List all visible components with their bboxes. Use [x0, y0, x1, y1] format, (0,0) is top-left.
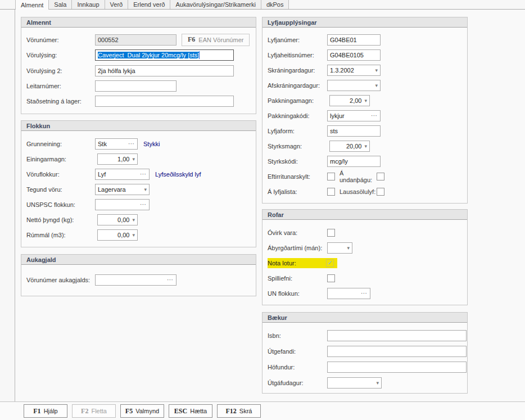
- ellipsis-icon[interactable]: ⋯: [371, 112, 378, 119]
- unspsc-label: UNSPSC flokkun:: [26, 201, 95, 208]
- vorunumer-aukagjalds-lookup[interactable]: ⋯: [95, 274, 176, 286]
- field-row-vorulysing: Vörulýsing: Caverject Dual 2lykjur 20mcg…: [21, 47, 256, 63]
- vorulysing2-label: Vörulýsing 2:: [26, 67, 95, 74]
- leitarnumer-input[interactable]: [95, 80, 176, 92]
- rummal-label: Rúmmál (m3):: [26, 232, 95, 238]
- check-icon: ✓: [327, 259, 332, 267]
- dropdown-icon[interactable]: ▾: [144, 187, 147, 192]
- lyfjaform-input[interactable]: sts: [327, 125, 381, 137]
- spilliefni-checkbox[interactable]: [327, 274, 335, 282]
- dropdown-icon[interactable]: ▾: [375, 67, 378, 73]
- tab-sala[interactable]: Sala: [48, 0, 72, 9]
- ovirk-vara-label: Óvirk vara:: [268, 229, 327, 236]
- group-title-aukagjald: Aukagjald: [21, 255, 256, 265]
- lausasolulyf-checkbox[interactable]: [377, 188, 384, 196]
- field-row-styrkskodi: Styrkskódi: mcg/ly: [262, 153, 467, 169]
- f5-valmynd-button[interactable]: F5 Valmynd: [120, 404, 164, 418]
- f12-key-label: F12: [226, 407, 237, 416]
- field-row-utgafudagur: Útgáfudagur: ▾: [262, 375, 467, 391]
- tegund-voru-dropdown[interactable]: Lagervara ▾: [95, 184, 150, 195]
- group-lyfjaupplysingar: Lyfjaupplýsingar Lyfjanúmer: G04BE01 Lyf…: [262, 17, 468, 204]
- vorulysing2-input[interactable]: 2ja hólfa lykja: [95, 65, 234, 76]
- un-flokkun-label: UN flokkun:: [268, 290, 327, 297]
- grunneining-info-text: Stykki: [143, 141, 160, 147]
- nota-lotur-checkbox[interactable]: ✓: [326, 259, 334, 267]
- haetta-label: Hætta: [190, 408, 207, 414]
- text-caret: [199, 51, 200, 59]
- abyrgdartimi-label: Ábyrgðartími (mán):: [268, 245, 327, 251]
- skraningardagur-datepicker[interactable]: 1.3.2002 ▾: [327, 65, 381, 76]
- esc-haetta-button[interactable]: ESC Hætta: [169, 404, 212, 418]
- utgefandi-input[interactable]: [327, 346, 467, 357]
- f1-hjalp-button[interactable]: F1 Hjálp: [24, 404, 67, 418]
- abyrgdartimi-dropdown[interactable]: ▾: [327, 242, 352, 254]
- lyfjanumer-input[interactable]: G04BE01: [327, 34, 381, 46]
- lyfjaheitisnumer-input[interactable]: G04BE0105: [327, 49, 381, 61]
- selected-text: Caverject Dual 2lykjur 20mcg/ly [sts]: [98, 52, 199, 58]
- ellipsis-icon[interactable]: ⋯: [140, 201, 147, 207]
- tab-almennt[interactable]: Almennt: [15, 0, 49, 10]
- unspsc-lookup[interactable]: ⋯: [95, 199, 150, 210]
- netto-thyngd-spinner[interactable]: 0,00 ▾: [97, 214, 138, 225]
- group-flokkun: Flokkun Grunneining: Stk ⋯ Stykki Eining…: [21, 120, 256, 247]
- dropdown-icon[interactable]: ▾: [347, 245, 350, 251]
- field-row-rummal: Rúmmál (m3): 0,00 ▾: [21, 227, 256, 242]
- tab-dkpos[interactable]: dkPos: [261, 0, 289, 9]
- lyfjaform-label: Lyfjaform:: [268, 128, 327, 134]
- ean-vorunumer-button[interactable]: F6 EAN Vörunúmer: [182, 34, 250, 46]
- group-almennt: Almennt Vörunúmer: 000552 F6 EAN Vörunúm…: [21, 17, 256, 114]
- voruflokkur-info-text: Lyfseðilsskyld lyf: [155, 171, 201, 178]
- tab-verd[interactable]: Verð: [105, 0, 129, 9]
- spilliefni-label: Spilliefni:: [268, 275, 327, 282]
- group-rofar: Rofar Óvirk vara: Ábyrgðartími (mán): ▾ …: [262, 209, 468, 305]
- styrkskodi-input[interactable]: mcg/ly: [327, 156, 381, 167]
- dropdown-icon[interactable]: ▾: [376, 380, 379, 386]
- isbn-input[interactable]: [327, 330, 467, 341]
- f2-fletta-button: F2 Fletta: [72, 404, 116, 418]
- voruflokkur-lookup[interactable]: Lyf ⋯: [95, 169, 150, 180]
- dropdown-icon[interactable]: ▾: [132, 232, 135, 238]
- einingarmagn-spinner[interactable]: 1,00 ▾: [97, 153, 138, 165]
- styrksmagn-spinner[interactable]: 20,00 ▾: [329, 141, 370, 152]
- vorulysing-input[interactable]: Caverject Dual 2lykjur 20mcg/ly [sts]: [95, 49, 234, 61]
- tab-content-almennt: Almennt Vörunúmer: 000552 F6 EAN Vörunúm…: [15, 10, 525, 401]
- valmynd-label: Valmynd: [135, 408, 159, 414]
- skraningardagur-label: Skráningardagur:: [268, 67, 327, 74]
- rummal-spinner[interactable]: 0,00 ▾: [97, 229, 138, 241]
- a-lyfjalista-checkbox[interactable]: [327, 188, 335, 196]
- dropdown-icon[interactable]: ▾: [132, 217, 135, 223]
- field-row-un-flokkun: UN flokkun: ⋯: [262, 286, 467, 301]
- ellipsis-icon[interactable]: ⋯: [361, 290, 368, 296]
- utgefandi-label: Útgefandi:: [268, 348, 327, 355]
- field-row-pakkningamagn: Pakkningamagn: 2,00 ▾: [262, 93, 467, 108]
- dropdown-icon[interactable]: ▾: [364, 98, 367, 103]
- group-aukagjald: Aukagjald Vörunúmer aukagjalds: ⋯: [21, 254, 256, 296]
- dropdown-icon[interactable]: ▾: [375, 83, 378, 88]
- pakkningakodi-lookup[interactable]: lykjur ⋯: [327, 110, 381, 121]
- utgafudagur-datepicker[interactable]: ▾: [327, 377, 382, 389]
- pakkningamagn-spinner[interactable]: 2,00 ▾: [329, 95, 370, 106]
- tab-aukavorulysingar-strikamerki[interactable]: Aukavörulýsingar/Strikamerki: [170, 0, 261, 9]
- ellipsis-icon[interactable]: ⋯: [128, 141, 135, 147]
- stadsetning-input[interactable]: [95, 96, 234, 107]
- dropdown-icon[interactable]: ▾: [132, 156, 135, 162]
- grunneining-lookup[interactable]: Stk ⋯: [95, 138, 138, 150]
- hofundur-input[interactable]: [327, 362, 467, 373]
- tab-bar: Almennt Sala Innkaup Verð Erlend verð Au…: [0, 0, 525, 10]
- dropdown-icon[interactable]: ▾: [364, 143, 367, 149]
- ellipsis-icon[interactable]: ⋯: [167, 277, 174, 283]
- group-title-almennt: Almennt: [21, 17, 256, 28]
- tab-innkaup[interactable]: Innkaup: [71, 0, 105, 9]
- ovirk-vara-checkbox[interactable]: [327, 229, 335, 237]
- vorulysing-label: Vörulýsing:: [26, 52, 95, 58]
- styrksmagn-label: Styrksmagn:: [268, 143, 327, 150]
- f12-skra-button[interactable]: F12 Skrá: [217, 404, 261, 418]
- a-undanthagu-checkbox[interactable]: [377, 173, 384, 180]
- ellipsis-icon[interactable]: ⋯: [140, 171, 147, 177]
- afskraningardagur-datepicker[interactable]: ▾: [327, 80, 381, 91]
- un-flokkun-lookup[interactable]: ⋯: [327, 288, 370, 299]
- field-row-styrksmagn: Styrksmagn: 20,00 ▾: [262, 138, 467, 153]
- tab-erlend-verd[interactable]: Erlend verð: [128, 0, 170, 9]
- group-title-rofar: Rofar: [262, 210, 467, 220]
- eftirritunarskylt-checkbox[interactable]: [327, 173, 335, 180]
